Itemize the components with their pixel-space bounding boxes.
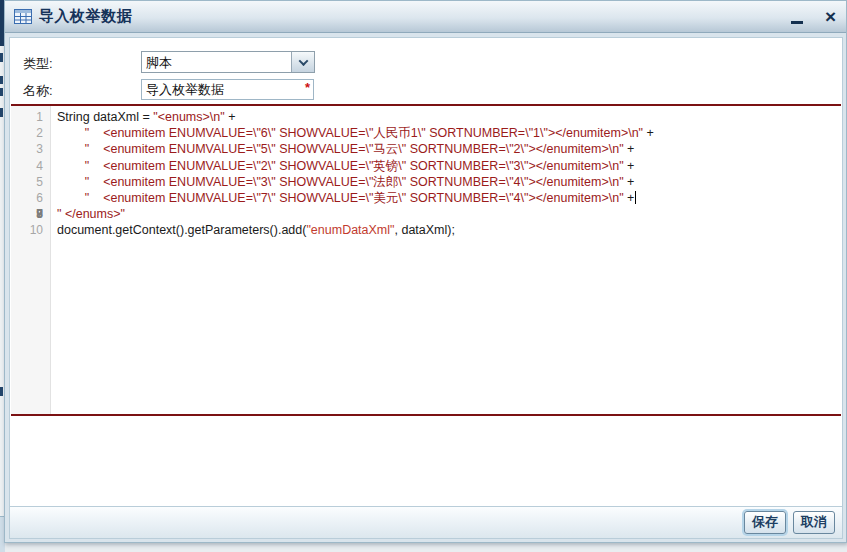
line-number: 4 <box>11 158 50 174</box>
name-field-wrap: * <box>141 79 314 100</box>
close-icon[interactable]: × <box>825 8 836 26</box>
code-string: " <enumitem ENUMVALUE=\"2\" SHOWVALUE=\"… <box>85 159 624 173</box>
screen: 导入枚举数据 × 类型: 脚本 名称: * 12345678910 String… <box>0 0 847 552</box>
line-number: 789 <box>11 206 50 222</box>
code-text: String dataXml = <box>57 110 153 124</box>
code-string: " </enums>" <box>57 207 125 221</box>
type-select[interactable]: 脚本 <box>141 51 315 73</box>
code-line[interactable]: " </enums>" <box>57 206 841 222</box>
code-string: " <enumitem ENUMVALUE=\"3\" SHOWVALUE=\"… <box>85 175 624 189</box>
code-line[interactable]: document.getContext().getParameters().ad… <box>57 222 841 238</box>
required-marker: * <box>305 80 310 95</box>
name-input[interactable] <box>141 79 314 100</box>
code-string: " <enumitem ENUMVALUE=\"7\" SHOWVALUE=\"… <box>85 191 624 205</box>
type-select-button[interactable] <box>291 52 314 72</box>
code-text: + <box>624 175 635 189</box>
code-text: + <box>624 159 635 173</box>
code-text: document.getContext().getParameters().ad… <box>57 223 306 237</box>
code-line[interactable]: " <enumitem ENUMVALUE=\"5\" SHOWVALUE=\"… <box>57 141 841 157</box>
line-number: 5 <box>11 174 50 190</box>
code-line[interactable]: " <enumitem ENUMVALUE=\"7\" SHOWVALUE=\"… <box>57 190 841 206</box>
code-line[interactable]: " <enumitem ENUMVALUE=\"6\" SHOWVALUE=\"… <box>57 125 841 141</box>
line-number: 6 <box>11 190 50 206</box>
code-string: " <enumitem ENUMVALUE=\"5\" SHOWVALUE=\"… <box>85 142 624 156</box>
line-number: 10 <box>11 222 50 238</box>
code-text: + <box>225 110 236 124</box>
dialog-title: 导入枚举数据 <box>39 7 132 26</box>
line-number: 3 <box>11 141 50 157</box>
code-line[interactable]: String dataXml = "<enums>\n" + <box>57 109 841 125</box>
background-fragment <box>0 108 3 117</box>
line-number: 1 <box>11 109 50 125</box>
background-fragment <box>0 88 3 96</box>
type-select-value: 脚本 <box>142 52 291 72</box>
background-fragment <box>0 76 3 84</box>
code-line[interactable]: " <enumitem ENUMVALUE=\"2\" SHOWVALUE=\"… <box>57 158 841 174</box>
code-text: , dataXml); <box>395 223 455 237</box>
code-string: " <enumitem ENUMVALUE=\"6\" SHOWVALUE=\"… <box>85 126 643 140</box>
minimize-icon[interactable] <box>791 21 803 24</box>
table-icon <box>14 9 32 24</box>
code-text <box>57 126 85 140</box>
background-fragment <box>0 53 3 62</box>
line-number: 2 <box>11 125 50 141</box>
import-enum-dialog: 导入枚举数据 × 类型: 脚本 名称: * 12345678910 String… <box>4 0 847 543</box>
code-text: + <box>624 142 635 156</box>
save-button[interactable]: 保存 <box>744 511 786 534</box>
code-line[interactable]: " <enumitem ENUMVALUE=\"3\" SHOWVALUE=\"… <box>57 174 841 190</box>
background-fragment <box>0 387 3 396</box>
type-label: 类型: <box>23 55 53 73</box>
code-text <box>57 159 85 173</box>
editor-lines[interactable]: String dataXml = "<enums>\n" + " <enumit… <box>57 106 841 414</box>
dialog-footer: 保存 取消 <box>9 506 843 539</box>
code-string: "<enums>\n" <box>153 110 224 124</box>
text-cursor <box>635 191 636 204</box>
dialog-content: 类型: 脚本 名称: * 12345678910 String dataXml … <box>9 37 843 507</box>
dialog-titlebar[interactable]: 导入枚举数据 × <box>5 1 846 33</box>
name-label: 名称: <box>23 82 53 100</box>
code-string: "enumDataXml" <box>306 223 394 237</box>
code-text <box>57 175 85 189</box>
cancel-button[interactable]: 取消 <box>793 511 835 534</box>
code-text <box>57 191 85 205</box>
chevron-down-icon <box>298 56 308 66</box>
editor-gutter: 12345678910 <box>11 106 51 414</box>
code-text: + <box>643 126 654 140</box>
code-text <box>57 142 85 156</box>
script-editor: 12345678910 String dataXml = "<enums>\n"… <box>11 104 841 416</box>
code-text: + <box>624 191 635 205</box>
